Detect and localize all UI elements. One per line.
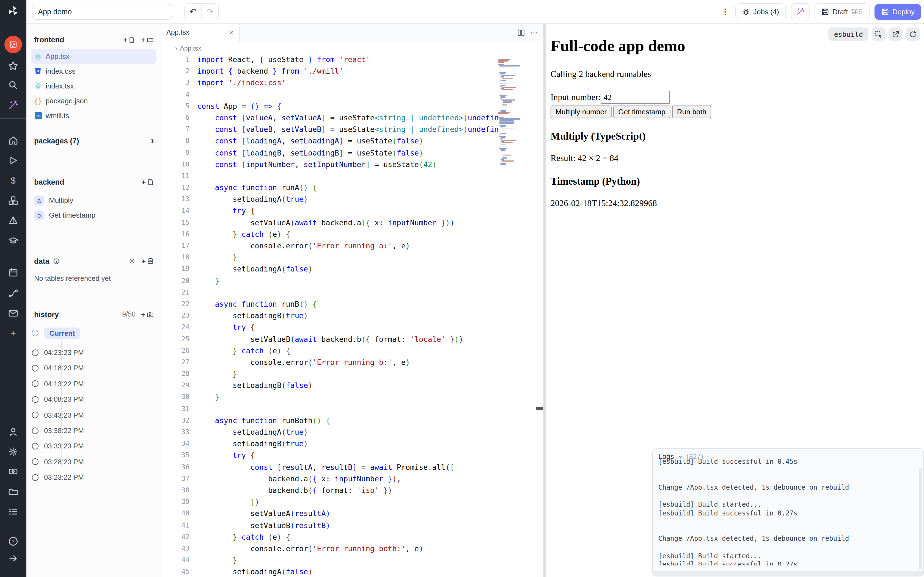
history-dot-icon — [32, 412, 39, 418]
log-line: [esbuild] Build successful in 0.27s — [658, 561, 918, 566]
data-settings-gear-icon[interactable] — [128, 257, 136, 265]
history-title: history — [34, 310, 59, 318]
folders-icon[interactable] — [8, 487, 18, 497]
search-icon[interactable] — [8, 80, 18, 90]
runnable-row-multiply[interactable]: a Multiply — [26, 193, 161, 208]
top-bar: ↶ ↷ ⋮ Jobs (4) — [26, 0, 924, 24]
snapshot-camera-button[interactable]: + — [141, 310, 154, 318]
file-row-index-tsx[interactable]: index.tsx — [31, 79, 156, 93]
panel-resize-handle[interactable] — [536, 407, 543, 410]
undo-button[interactable]: ↶ — [185, 3, 201, 19]
history-time: 03:43:23 PM — [44, 411, 84, 419]
code-line: 26 } catch (e) { — [161, 345, 543, 356]
history-item[interactable]: 04:18:23 PM — [26, 361, 161, 376]
history-item[interactable]: 03:28:23 PM — [26, 454, 161, 469]
get-timestamp-button[interactable]: Get timestamp — [613, 105, 670, 118]
code-line: 22 async function runB() { — [161, 298, 543, 310]
packages-section-header[interactable]: packages (7) › — [26, 134, 161, 147]
open-external-icon[interactable] — [889, 27, 903, 41]
run-both-button[interactable]: Run both — [672, 105, 711, 118]
code-line: 13 setLoadingA(true) — [161, 194, 543, 205]
code-line: 25 setValueB(await backend.b({ format: '… — [161, 333, 543, 345]
runs-play-icon[interactable] — [8, 155, 18, 166]
multiply-result: Result: 42 × 2 = 84 — [551, 153, 918, 163]
add-plus-icon[interactable]: + — [10, 328, 16, 339]
schedules-calendar-icon[interactable] — [8, 268, 18, 278]
chevron-right-icon[interactable]: › — [151, 135, 154, 146]
log-line: [esbuild] Build started... — [658, 552, 918, 561]
user-icon[interactable] — [8, 427, 18, 437]
history-item[interactable]: 03:23:22 PM — [26, 469, 161, 485]
expand-arrow-icon[interactable] — [8, 553, 18, 563]
home-icon[interactable] — [8, 135, 18, 146]
code-area[interactable]: 1import React, { useState } from 'react'… — [161, 54, 543, 577]
input-number-field[interactable] — [601, 91, 670, 104]
code-lines: 1import React, { useState } from 'react'… — [161, 54, 543, 577]
apps-active-button[interactable] — [5, 36, 22, 53]
prism-icon[interactable] — [8, 215, 18, 226]
file-row-app-tsx[interactable]: App.tsx — [31, 49, 156, 64]
log-lines[interactable]: [esbuild] Build successful in 0.45s Chan… — [653, 458, 924, 566]
add-file-button[interactable]: + — [123, 35, 136, 44]
editor-kebab-icon[interactable]: ⋯ — [530, 28, 538, 37]
history-item[interactable]: 03:33:23 PM — [26, 438, 161, 454]
ai-wand-icon[interactable] — [8, 100, 18, 110]
log-line: [esbuild] Build started... — [658, 501, 918, 509]
add-folder-button[interactable]: + — [141, 35, 154, 44]
windmill-logo-icon[interactable] — [7, 5, 19, 17]
more-menu-icon[interactable]: ⋮ — [720, 7, 730, 16]
code-line: 19 setLoadingA(false) — [161, 263, 543, 275]
code-line: 23 setLoadingB(true) — [161, 310, 543, 321]
tab-close-icon[interactable]: × — [229, 28, 233, 37]
history-item[interactable]: 04:23:23 PM — [26, 345, 161, 361]
resources-cubes-icon[interactable] — [8, 195, 18, 206]
app-title-input[interactable] — [32, 3, 172, 19]
code-line: 24 try { — [161, 322, 543, 333]
settings-gear-icon[interactable] — [8, 446, 18, 457]
audit-list-icon[interactable] — [8, 506, 18, 517]
mail-icon[interactable] — [8, 308, 18, 318]
jobs-button[interactable]: Jobs (4) — [735, 3, 786, 20]
tab-app-tsx[interactable]: App.tsx × — [161, 23, 239, 42]
history-dot-icon — [32, 427, 39, 434]
history-item[interactable]: 03:38:22 PM — [26, 423, 161, 438]
learn-cap-icon[interactable] — [8, 235, 18, 246]
ai-assistant-button[interactable] — [791, 3, 809, 20]
split-editor-icon[interactable] — [517, 28, 525, 37]
variables-dollar-icon[interactable]: $ — [11, 176, 16, 186]
logs-vertical-scrollbar[interactable] — [919, 467, 922, 569]
redo-button[interactable]: ↷ — [201, 3, 218, 19]
code-line: 45 setLoadingA(false) — [161, 566, 543, 577]
refresh-icon[interactable] — [906, 27, 919, 41]
history-item[interactable]: 04:13:22 PM — [26, 376, 161, 392]
history-item[interactable]: 04:08:23 PM — [26, 392, 161, 407]
history-item[interactable]: 03:43:23 PM — [26, 407, 161, 423]
draft-button[interactable]: Draft ⌘S — [814, 3, 869, 20]
minimap[interactable] — [498, 60, 532, 577]
flows-route-icon[interactable] — [8, 288, 18, 299]
esbuild-badge[interactable]: esbuild — [829, 27, 869, 41]
tab-label: App.tsx — [166, 29, 189, 36]
select-mode-button[interactable] — [872, 27, 885, 41]
breadcrumb[interactable]: › App.tsx — [161, 42, 543, 54]
runnable-row-get-timestamp[interactable]: b Get timestamp — [26, 208, 161, 222]
code-line: 21 — [161, 287, 543, 298]
help-icon[interactable]: ? — [8, 536, 19, 547]
favorites-star-icon[interactable] — [8, 61, 18, 71]
history-section-header: history 9/50 + — [26, 308, 161, 321]
file-row-index-css[interactable]: 3 index.css — [31, 64, 156, 79]
code-line: 14 try { — [161, 205, 543, 217]
info-icon[interactable] — [53, 258, 60, 264]
code-line: 20 } — [161, 275, 543, 287]
history-current-row[interactable]: Current — [26, 325, 161, 341]
deploy-button[interactable]: Deploy — [874, 3, 921, 19]
multiply-number-button[interactable]: Multiply number — [551, 105, 612, 118]
add-runnable-button[interactable]: + — [142, 178, 154, 186]
file-row-wmill-ts[interactable]: TS wmill.ts — [31, 108, 156, 123]
logs-horizontal-scrollbar[interactable] — [653, 571, 924, 576]
panel-divider[interactable] — [543, 23, 546, 577]
add-table-button[interactable]: + — [142, 257, 154, 265]
workers-icon[interactable] — [8, 466, 18, 477]
code-line: 35 try { — [161, 450, 543, 461]
file-row-package-json[interactable]: { } package.json — [31, 93, 156, 108]
